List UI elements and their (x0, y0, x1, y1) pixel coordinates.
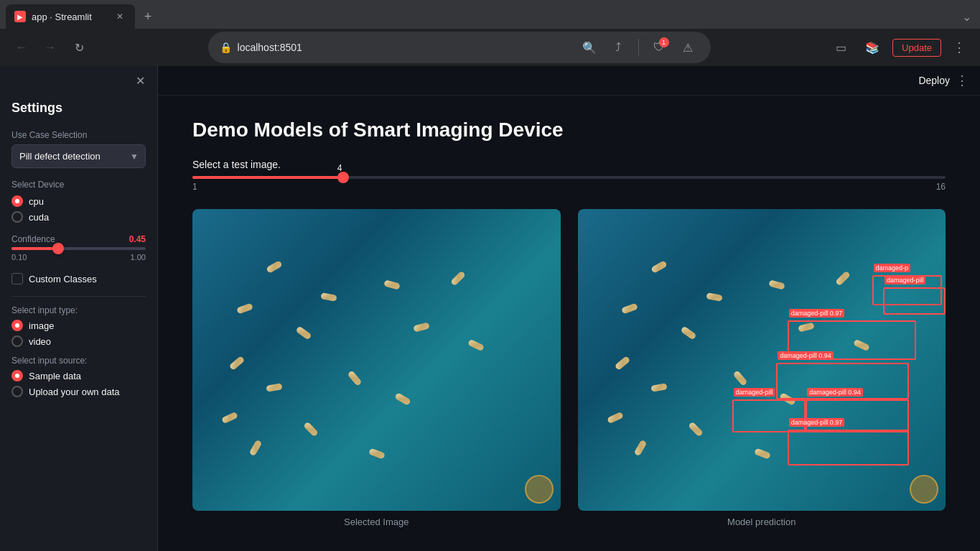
browser-menu-button[interactable]: ⋮ (950, 37, 969, 58)
deploy-button[interactable]: Deploy (913, 72, 956, 89)
detection-label-7: damaged-pill 0.97 (789, 418, 845, 427)
use-case-select[interactable]: Pill defect detection (11, 144, 146, 168)
prediction-pill-image: damaged-p damaged-pill damaged-pill 0.97… (578, 209, 946, 511)
extension-badge: 1 (659, 37, 669, 47)
sidebar-toggle[interactable]: ▭ (829, 36, 852, 59)
back-button[interactable]: ← (11, 37, 32, 57)
sidebar-divider-1 (11, 296, 146, 297)
pill-14 (303, 422, 319, 437)
pill-5 (236, 303, 253, 315)
detection-label-4: damaged-pill 0.94 (778, 351, 834, 360)
tab-list-icon[interactable]: ⌄ (959, 7, 974, 27)
input-source-upload-radio[interactable] (11, 386, 23, 397)
image-slider-thumb[interactable] (337, 172, 349, 183)
device-cpu-option[interactable]: cpu (11, 195, 146, 207)
pred-pill-16 (754, 448, 771, 460)
pill-11 (266, 383, 282, 392)
sidebar: ✕ Settings Use Case Selection Pill defec… (0, 66, 158, 551)
custom-classes-item[interactable]: Custom Classes (11, 273, 146, 284)
content-area: Demo Models of Smart Imaging Device Sele… (158, 96, 980, 551)
pred-pill-15 (634, 439, 648, 456)
pill-2 (383, 279, 401, 290)
browser-chrome: ▶ app · Streamlit ✕ + ⌄ ← → ↻ 🔒 localhos… (0, 0, 980, 66)
prediction-watermark (910, 475, 938, 504)
chevron-down-icon: ▼ (130, 152, 139, 162)
update-button[interactable]: Update (892, 39, 941, 57)
pred-pill-6 (680, 326, 696, 341)
detection-box-5: damaged-pill (732, 399, 806, 432)
pred-pill-5 (621, 303, 638, 315)
new-tab-button[interactable]: + (138, 6, 158, 27)
warning-action[interactable]: ⚠ (676, 36, 699, 59)
search-action[interactable]: 🔍 (578, 36, 601, 59)
extension-action[interactable]: 🛡 1 (648, 36, 671, 59)
input-type-label: Select input type: (11, 305, 146, 315)
confidence-header: Confidence 0.45 (11, 234, 146, 244)
input-type-image-radio[interactable] (11, 320, 23, 331)
confidence-slider-thumb[interactable] (52, 243, 64, 254)
device-cuda-radio[interactable] (11, 211, 23, 223)
confidence-label: Confidence (11, 234, 55, 244)
input-type-video-option[interactable]: video (11, 335, 146, 347)
divider (638, 39, 639, 56)
address-bar: ← → ↻ 🔒 localhost:8501 🔍 ⤴ 🛡 1 ⚠ ▭ 📚 Upd… (0, 29, 980, 66)
app-layout: ✕ Settings Use Case Selection Pill defec… (0, 66, 980, 551)
header-menu-icon[interactable]: ⋮ (956, 73, 969, 88)
confidence-max: 1.00 (131, 253, 146, 261)
pill-10 (347, 370, 363, 386)
device-cuda-option[interactable]: cuda (11, 211, 146, 223)
image-slider-container: 4 1 16 (192, 176, 946, 192)
pill-1 (266, 260, 283, 274)
tab-right-actions: ⌄ (158, 7, 974, 27)
slider-min-label: 1 (192, 182, 197, 192)
custom-classes-checkbox[interactable] (11, 273, 23, 284)
address-input[interactable]: 🔒 localhost:8501 🔍 ⤴ 🛡 1 ⚠ (208, 32, 711, 63)
pred-pill-11 (650, 383, 667, 392)
selected-watermark (525, 475, 554, 504)
slider-max-label: 16 (936, 182, 946, 192)
selected-image-caption: Selected Image (344, 517, 409, 527)
input-source-label: Select input source: (11, 356, 146, 366)
tab-close-button[interactable]: ✕ (113, 10, 126, 23)
confidence-slider-fill (11, 247, 58, 250)
pill-8 (468, 339, 485, 351)
input-source-sample-label: Sample data (29, 371, 81, 381)
confidence-slider-container (11, 247, 146, 250)
custom-classes-label: Custom Classes (29, 274, 97, 284)
image-slider-track (192, 176, 946, 179)
bookmarks-action[interactable]: 📚 (861, 36, 884, 59)
share-action[interactable]: ⤴ (607, 36, 630, 59)
pill-3 (450, 271, 466, 287)
confidence-min: 0.10 (11, 253, 27, 261)
images-container: Selected Image (192, 209, 946, 527)
pill-13 (221, 411, 238, 423)
sidebar-close-button[interactable]: ✕ (131, 72, 149, 89)
input-source-sample-radio[interactable] (11, 370, 23, 381)
device-label: Select Device (11, 180, 146, 190)
input-source-upload-label: Upload your own data (29, 386, 119, 397)
active-tab[interactable]: ▶ app · Streamlit ✕ (6, 4, 135, 29)
detection-label-3: damaged-pill 0.97 (789, 309, 845, 318)
pred-pill-1 (650, 260, 668, 274)
pill-16 (368, 448, 386, 460)
input-type-image-option[interactable]: image (11, 320, 146, 331)
pill-9 (229, 356, 246, 371)
sidebar-title: Settings (11, 101, 146, 116)
input-source-sample-option[interactable]: Sample data (11, 370, 146, 381)
input-type-video-radio[interactable] (11, 335, 23, 347)
device-cpu-radio[interactable] (11, 195, 23, 207)
lock-icon: 🔒 (220, 42, 232, 53)
pill-6 (295, 326, 312, 341)
use-case-group: Use Case Selection Pill defect detection… (11, 130, 146, 168)
prediction-image-display: damaged-p damaged-pill damaged-pill 0.97… (578, 209, 946, 511)
pill-12 (394, 392, 411, 406)
detection-box-6: damaged-pill 0.94 (806, 399, 909, 432)
reload-button[interactable]: ↻ (69, 37, 89, 57)
image-slider-fill (192, 176, 343, 179)
forward-button[interactable]: → (40, 37, 60, 57)
input-source-section: Select input source: Sample data Upload … (11, 356, 146, 397)
pill-7 (413, 322, 430, 332)
pill-4 (321, 292, 337, 302)
input-type-radio-group: image video (11, 320, 146, 347)
input-source-upload-option[interactable]: Upload your own data (11, 386, 146, 397)
